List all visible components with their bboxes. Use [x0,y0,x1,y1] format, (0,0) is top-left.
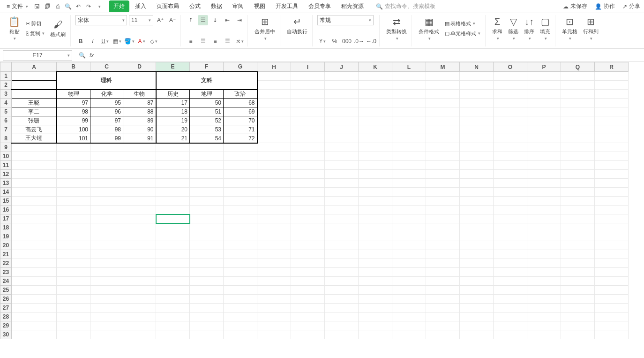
cell-L29[interactable] [392,321,426,330]
cell-I2[interactable] [291,81,325,90]
cell-G20[interactable] [224,241,257,250]
cell-Q15[interactable] [561,197,595,206]
cell-G29[interactable] [224,321,257,330]
cell-R2[interactable] [595,81,629,90]
cell-I13[interactable] [291,179,325,188]
cell-Q12[interactable] [561,170,595,179]
cell-K3[interactable] [359,90,392,99]
cell-C10[interactable] [90,152,123,161]
cell-H16[interactable] [257,206,291,214]
cell-N9[interactable] [460,143,494,152]
cell-P14[interactable] [527,188,561,197]
cell-B6[interactable]: 99 [57,116,90,125]
file-menu[interactable]: ≡ 文件 ▾ [4,1,31,11]
cell-O16[interactable] [494,206,527,214]
cell-K15[interactable] [359,197,392,206]
cell-L6[interactable] [392,116,426,125]
cell-F3[interactable]: 地理 [190,90,224,99]
cell-J18[interactable] [325,223,359,232]
align-bottom-icon[interactable]: ⇣ [210,15,220,25]
cell-E29[interactable] [156,321,190,330]
cell-N6[interactable] [460,116,494,125]
cell-A23[interactable] [12,268,57,277]
fx-icon[interactable]: fx [90,52,94,59]
fx-search-icon[interactable]: 🔍 [79,52,86,59]
cell-H19[interactable] [257,232,291,241]
row-header-20[interactable]: 20 [0,241,12,250]
cell-Q18[interactable] [561,223,595,232]
cell-Q8[interactable] [561,134,595,143]
cell-M29[interactable] [426,321,460,330]
cell-C25[interactable] [90,286,123,295]
cell-C8[interactable]: 99 [90,134,123,143]
cell-P7[interactable] [527,125,561,134]
italic-icon[interactable]: I [88,36,98,46]
cell-P3[interactable] [527,90,561,99]
cell-B8[interactable]: 101 [57,134,90,143]
cell-B18[interactable] [57,223,90,232]
cell-R24[interactable] [595,277,629,286]
cell-D16[interactable] [123,206,156,214]
cell-L20[interactable] [392,241,426,250]
cell-H27[interactable] [257,304,291,312]
cell-D19[interactable] [123,232,156,241]
row-header-29[interactable]: 29 [0,321,12,330]
cell-F24[interactable] [190,277,224,286]
cell-O11[interactable] [494,161,527,170]
cell-E9[interactable] [156,143,190,152]
cell-A17[interactable] [12,214,57,223]
cell-J2[interactable] [325,81,359,90]
tab-开始[interactable]: 开始 [109,0,129,12]
qat-more-icon[interactable]: ▾ [95,2,103,11]
cell-I15[interactable] [291,197,325,206]
cell-O1[interactable] [494,72,527,81]
cell-B5[interactable]: 98 [57,107,90,116]
cell-N5[interactable] [460,107,494,116]
cell-B29[interactable] [57,321,90,330]
cell-I26[interactable] [291,295,325,304]
cell-N7[interactable] [460,125,494,134]
cell-Q13[interactable] [561,179,595,188]
cell-I10[interactable] [291,152,325,161]
cell-K12[interactable] [359,170,392,179]
align-left-icon[interactable]: ≡ [186,36,196,46]
cell-N15[interactable] [460,197,494,206]
cell-L8[interactable] [392,134,426,143]
cell-H2[interactable] [257,81,291,90]
cell-B22[interactable] [57,259,90,268]
cell-D4[interactable]: 87 [123,99,156,107]
font-color-icon[interactable]: A▾ [136,36,147,46]
cell-Q23[interactable] [561,268,595,277]
cell-M10[interactable] [426,152,460,161]
cell-P18[interactable] [527,223,561,232]
cell-K30[interactable] [359,330,392,339]
indent-decrease-icon[interactable]: ⇤ [222,15,232,25]
row-header-5[interactable]: 5 [0,107,12,116]
row-header-3[interactable]: 3 [0,90,12,99]
print-icon[interactable]: ⎙ [53,2,62,11]
tab-会员专享[interactable]: 会员专享 [304,0,336,12]
cell-D5[interactable]: 88 [123,107,156,116]
cell-F19[interactable] [190,232,224,241]
cell-L19[interactable] [392,232,426,241]
cell-E5[interactable]: 18 [156,107,190,116]
cell-B4[interactable]: 97 [57,99,90,107]
orientation-icon[interactable]: ⤭▾ [234,36,245,46]
cell-R17[interactable] [595,214,629,223]
cell-E14[interactable] [156,188,190,197]
cell-D6[interactable]: 89 [123,116,156,125]
cell-G6[interactable]: 70 [224,116,257,125]
cell-A28[interactable] [12,312,57,321]
formula-input[interactable] [97,51,640,60]
cell-C26[interactable] [90,295,123,304]
cell-Q25[interactable] [561,286,595,295]
cell-D21[interactable] [123,250,156,259]
table-style-button[interactable]: ▤表格格式▾ [443,19,482,28]
cell-R5[interactable] [595,107,629,116]
cell-C3[interactable]: 化学 [90,90,123,99]
cell-A21[interactable] [12,250,57,259]
cell-K7[interactable] [359,125,392,134]
cell-Q6[interactable] [561,116,595,125]
cell-B3[interactable]: 物理 [57,90,90,99]
tab-开发工具[interactable]: 开发工具 [271,0,303,12]
